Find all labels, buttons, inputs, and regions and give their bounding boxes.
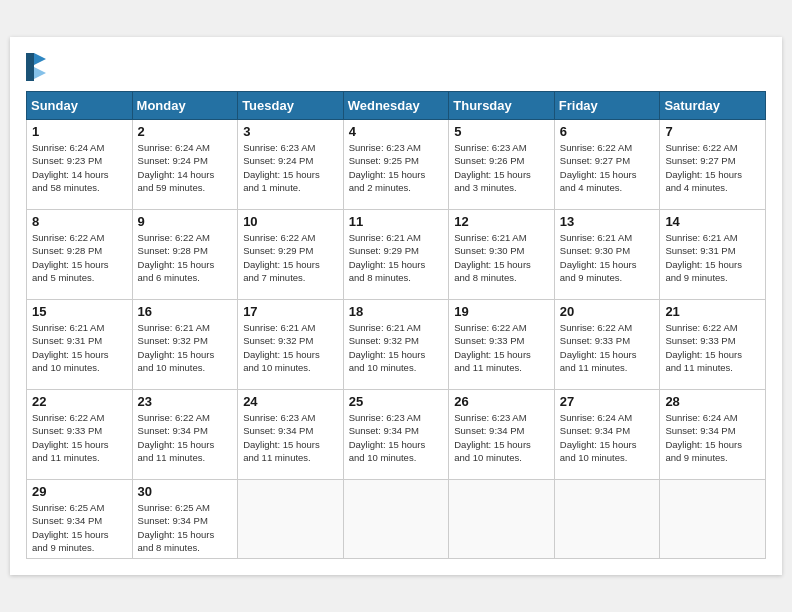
cell-info: Sunrise: 6:22 AM Sunset: 9:27 PM Dayligh… [665,141,760,194]
calendar-cell: 23Sunrise: 6:22 AM Sunset: 9:34 PM Dayli… [132,389,238,479]
cell-info: Sunrise: 6:22 AM Sunset: 9:33 PM Dayligh… [454,321,549,374]
cell-info: Sunrise: 6:21 AM Sunset: 9:29 PM Dayligh… [349,231,444,284]
svg-rect-0 [26,53,34,81]
calendar-cell: 2Sunrise: 6:24 AM Sunset: 9:24 PM Daylig… [132,119,238,209]
day-number: 9 [138,214,233,229]
cell-info: Sunrise: 6:22 AM Sunset: 9:27 PM Dayligh… [560,141,655,194]
day-number: 24 [243,394,338,409]
logo [26,53,46,81]
calendar-cell: 18Sunrise: 6:21 AM Sunset: 9:32 PM Dayli… [343,299,449,389]
calendar-cell: 20Sunrise: 6:22 AM Sunset: 9:33 PM Dayli… [554,299,660,389]
day-number: 30 [138,484,233,499]
day-header-monday: Monday [132,91,238,119]
day-number: 8 [32,214,127,229]
cell-info: Sunrise: 6:21 AM Sunset: 9:31 PM Dayligh… [32,321,127,374]
calendar-cell: 28Sunrise: 6:24 AM Sunset: 9:34 PM Dayli… [660,389,766,479]
calendar-cell [343,479,449,558]
day-number: 13 [560,214,655,229]
cell-info: Sunrise: 6:23 AM Sunset: 9:34 PM Dayligh… [349,411,444,464]
cell-info: Sunrise: 6:21 AM Sunset: 9:32 PM Dayligh… [349,321,444,374]
calendar-cell: 9Sunrise: 6:22 AM Sunset: 9:28 PM Daylig… [132,209,238,299]
calendar-header-row: SundayMondayTuesdayWednesdayThursdayFrid… [27,91,766,119]
cell-info: Sunrise: 6:23 AM Sunset: 9:26 PM Dayligh… [454,141,549,194]
day-number: 25 [349,394,444,409]
cell-info: Sunrise: 6:25 AM Sunset: 9:34 PM Dayligh… [32,501,127,554]
day-number: 14 [665,214,760,229]
cell-info: Sunrise: 6:24 AM Sunset: 9:23 PM Dayligh… [32,141,127,194]
cell-info: Sunrise: 6:22 AM Sunset: 9:34 PM Dayligh… [138,411,233,464]
cell-info: Sunrise: 6:21 AM Sunset: 9:32 PM Dayligh… [138,321,233,374]
cell-info: Sunrise: 6:22 AM Sunset: 9:28 PM Dayligh… [138,231,233,284]
day-number: 4 [349,124,444,139]
day-number: 3 [243,124,338,139]
day-number: 20 [560,304,655,319]
calendar-cell [660,479,766,558]
calendar-cell: 16Sunrise: 6:21 AM Sunset: 9:32 PM Dayli… [132,299,238,389]
day-number: 26 [454,394,549,409]
day-number: 10 [243,214,338,229]
logo-icon [26,53,46,81]
cell-info: Sunrise: 6:23 AM Sunset: 9:34 PM Dayligh… [454,411,549,464]
day-number: 19 [454,304,549,319]
day-number: 2 [138,124,233,139]
cell-info: Sunrise: 6:23 AM Sunset: 9:34 PM Dayligh… [243,411,338,464]
day-number: 27 [560,394,655,409]
day-number: 6 [560,124,655,139]
cell-info: Sunrise: 6:22 AM Sunset: 9:33 PM Dayligh… [665,321,760,374]
calendar-cell: 4Sunrise: 6:23 AM Sunset: 9:25 PM Daylig… [343,119,449,209]
calendar-cell: 15Sunrise: 6:21 AM Sunset: 9:31 PM Dayli… [27,299,133,389]
calendar-cell: 6Sunrise: 6:22 AM Sunset: 9:27 PM Daylig… [554,119,660,209]
calendar-cell: 1Sunrise: 6:24 AM Sunset: 9:23 PM Daylig… [27,119,133,209]
cell-info: Sunrise: 6:22 AM Sunset: 9:33 PM Dayligh… [32,411,127,464]
cell-info: Sunrise: 6:24 AM Sunset: 9:24 PM Dayligh… [138,141,233,194]
calendar-cell: 27Sunrise: 6:24 AM Sunset: 9:34 PM Dayli… [554,389,660,479]
day-number: 5 [454,124,549,139]
day-number: 7 [665,124,760,139]
day-number: 12 [454,214,549,229]
day-number: 17 [243,304,338,319]
svg-marker-2 [34,67,46,79]
calendar-cell [449,479,555,558]
cell-info: Sunrise: 6:21 AM Sunset: 9:30 PM Dayligh… [560,231,655,284]
calendar-cell: 12Sunrise: 6:21 AM Sunset: 9:30 PM Dayli… [449,209,555,299]
calendar-container: SundayMondayTuesdayWednesdayThursdayFrid… [10,37,782,575]
calendar-cell: 3Sunrise: 6:23 AM Sunset: 9:24 PM Daylig… [238,119,344,209]
calendar-cell [554,479,660,558]
day-number: 15 [32,304,127,319]
calendar-cell: 25Sunrise: 6:23 AM Sunset: 9:34 PM Dayli… [343,389,449,479]
cell-info: Sunrise: 6:25 AM Sunset: 9:34 PM Dayligh… [138,501,233,554]
day-number: 28 [665,394,760,409]
day-number: 18 [349,304,444,319]
calendar-cell: 30Sunrise: 6:25 AM Sunset: 9:34 PM Dayli… [132,479,238,558]
calendar-cell: 19Sunrise: 6:22 AM Sunset: 9:33 PM Dayli… [449,299,555,389]
day-number: 22 [32,394,127,409]
calendar-cell: 29Sunrise: 6:25 AM Sunset: 9:34 PM Dayli… [27,479,133,558]
day-number: 29 [32,484,127,499]
calendar-cell: 14Sunrise: 6:21 AM Sunset: 9:31 PM Dayli… [660,209,766,299]
calendar-cell: 8Sunrise: 6:22 AM Sunset: 9:28 PM Daylig… [27,209,133,299]
cell-info: Sunrise: 6:21 AM Sunset: 9:30 PM Dayligh… [454,231,549,284]
cell-info: Sunrise: 6:23 AM Sunset: 9:25 PM Dayligh… [349,141,444,194]
day-number: 11 [349,214,444,229]
calendar-cell: 11Sunrise: 6:21 AM Sunset: 9:29 PM Dayli… [343,209,449,299]
day-header-tuesday: Tuesday [238,91,344,119]
calendar-cell: 10Sunrise: 6:22 AM Sunset: 9:29 PM Dayli… [238,209,344,299]
calendar-cell: 5Sunrise: 6:23 AM Sunset: 9:26 PM Daylig… [449,119,555,209]
day-header-sunday: Sunday [27,91,133,119]
cell-info: Sunrise: 6:22 AM Sunset: 9:28 PM Dayligh… [32,231,127,284]
day-number: 21 [665,304,760,319]
cell-info: Sunrise: 6:24 AM Sunset: 9:34 PM Dayligh… [665,411,760,464]
cell-info: Sunrise: 6:22 AM Sunset: 9:29 PM Dayligh… [243,231,338,284]
calendar-cell: 24Sunrise: 6:23 AM Sunset: 9:34 PM Dayli… [238,389,344,479]
calendar-cell: 26Sunrise: 6:23 AM Sunset: 9:34 PM Dayli… [449,389,555,479]
cell-info: Sunrise: 6:21 AM Sunset: 9:32 PM Dayligh… [243,321,338,374]
calendar-cell: 7Sunrise: 6:22 AM Sunset: 9:27 PM Daylig… [660,119,766,209]
cell-info: Sunrise: 6:24 AM Sunset: 9:34 PM Dayligh… [560,411,655,464]
day-number: 23 [138,394,233,409]
day-header-saturday: Saturday [660,91,766,119]
day-header-wednesday: Wednesday [343,91,449,119]
day-header-friday: Friday [554,91,660,119]
calendar-cell: 22Sunrise: 6:22 AM Sunset: 9:33 PM Dayli… [27,389,133,479]
calendar-cell: 17Sunrise: 6:21 AM Sunset: 9:32 PM Dayli… [238,299,344,389]
day-header-thursday: Thursday [449,91,555,119]
